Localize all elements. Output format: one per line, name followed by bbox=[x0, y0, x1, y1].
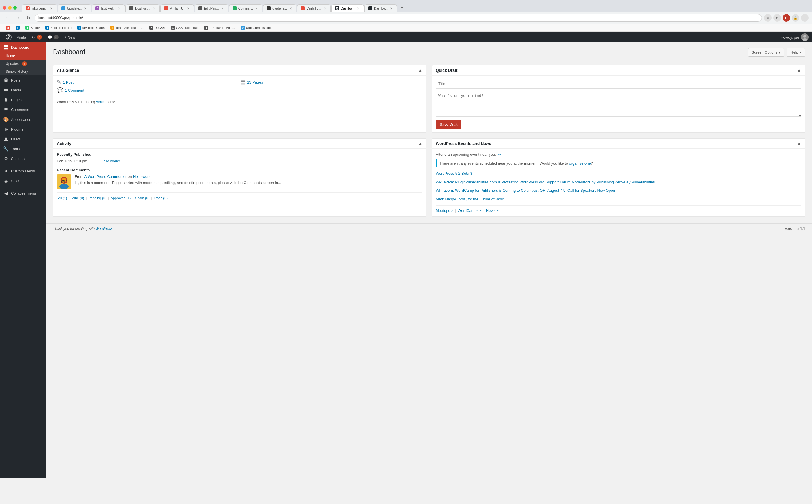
pages-count-link[interactable]: 13 Pages bbox=[247, 80, 263, 84]
quick-draft-title-input[interactable] bbox=[436, 79, 801, 89]
new-content-item[interactable]: + New bbox=[61, 32, 78, 42]
back-button[interactable]: ← bbox=[3, 14, 12, 22]
sidebar-item-tools[interactable]: 🔧 Tools bbox=[0, 144, 46, 154]
bookmark-gmail[interactable]: M bbox=[3, 25, 12, 30]
save-draft-button[interactable]: Save Draft bbox=[436, 120, 461, 129]
news-link-1[interactable]: WordPress 5.2 Beta 3 bbox=[436, 171, 801, 176]
wordcamps-link[interactable]: WordCamps ↗ bbox=[458, 208, 482, 213]
reload-button[interactable]: ↻ bbox=[24, 14, 32, 22]
sidebar-item-custom-fields[interactable]: ✦ Custom Fields bbox=[0, 166, 46, 176]
traffic-light-green[interactable] bbox=[13, 6, 17, 10]
tab-close-7[interactable]: ✕ bbox=[255, 7, 259, 10]
menu-icon[interactable]: ⋮ bbox=[801, 14, 809, 22]
comments-count-link[interactable]: 1 Comment bbox=[65, 88, 84, 93]
admin-avatar[interactable] bbox=[801, 33, 809, 41]
browser-tab-2[interactable]: U Uppdate... ✕ bbox=[58, 4, 91, 12]
sidebar-item-users[interactable]: Users bbox=[0, 134, 46, 144]
tab-close-6[interactable]: ✕ bbox=[221, 7, 225, 10]
organize-one-link[interactable]: organize one bbox=[569, 161, 591, 166]
sidebar-item-simple-history[interactable]: Simple History bbox=[0, 68, 46, 75]
quick-draft-toggle[interactable]: ▲ bbox=[797, 68, 801, 73]
tab-close-10[interactable]: ✕ bbox=[356, 7, 360, 10]
browser-tab-11[interactable]: Dashbo... ✕ bbox=[364, 4, 397, 12]
tab-close-11[interactable]: ✕ bbox=[389, 7, 393, 10]
edit-location-icon[interactable]: ✏ bbox=[498, 152, 501, 157]
browser-tab-3[interactable]: E Edit Fiel... ✕ bbox=[92, 4, 125, 12]
sidebar-item-media[interactable]: Media bbox=[0, 85, 46, 95]
post-count-link[interactable]: 1 Post bbox=[63, 80, 74, 84]
filter-all[interactable]: All (1) bbox=[57, 195, 68, 201]
address-bar[interactable] bbox=[35, 14, 762, 22]
sidebar-item-seo[interactable]: ◈ SEO bbox=[0, 176, 46, 186]
bookmark-ep-board[interactable]: E EP board – Agil-... bbox=[202, 25, 237, 30]
news-link[interactable]: News ↗ bbox=[486, 208, 499, 213]
extension-icon[interactable]: 🔒 bbox=[792, 14, 799, 22]
filter-approved[interactable]: Approved (1) bbox=[110, 195, 132, 201]
browser-tab-4[interactable]: localhost... ✕ bbox=[125, 4, 160, 12]
tab-close-2[interactable]: ✕ bbox=[83, 7, 87, 10]
tab-close-9[interactable]: ✕ bbox=[323, 7, 327, 10]
bookmark-uppdateringslogg[interactable]: U Uppdateringslogg... bbox=[238, 25, 276, 30]
wp-events-toggle[interactable]: ▲ bbox=[797, 141, 801, 146]
sidebar-item-pages[interactable]: Pages bbox=[0, 95, 46, 105]
browser-tab-5[interactable]: Vimla | J... ✕ bbox=[160, 4, 194, 12]
help-button[interactable]: Help ▾ bbox=[787, 48, 805, 57]
comments-item[interactable]: 💬 0 bbox=[45, 32, 61, 42]
traffic-light-yellow[interactable] bbox=[8, 6, 12, 10]
quick-draft-content-input[interactable] bbox=[436, 91, 801, 117]
footer-wp-link[interactable]: WordPress bbox=[95, 227, 112, 231]
tab-close-3[interactable]: ✕ bbox=[117, 7, 121, 10]
profile-icon[interactable]: P bbox=[783, 14, 790, 22]
comment-post-link[interactable]: Hello world! bbox=[133, 174, 153, 179]
filter-spam[interactable]: Spam (0) bbox=[134, 195, 150, 201]
filter-trash[interactable]: Trash (0) bbox=[153, 195, 169, 201]
bookmark-trello-home[interactable]: T bbox=[13, 25, 22, 30]
sidebar-item-home[interactable]: Home bbox=[0, 52, 46, 60]
browser-tab-10[interactable]: Dashbo... ✕ bbox=[331, 4, 364, 12]
activity-toggle[interactable]: ▲ bbox=[418, 141, 422, 146]
traffic-light-red[interactable] bbox=[3, 6, 6, 10]
screen-options-button[interactable]: Screen Options ▾ bbox=[748, 48, 785, 57]
activity-post-link-1[interactable]: Hello world! bbox=[101, 159, 120, 163]
site-name-item[interactable]: Vimla bbox=[14, 32, 29, 42]
bookmark-trello[interactable]: T * Home | Trello bbox=[43, 25, 74, 30]
at-a-glance-toggle[interactable]: ▲ bbox=[418, 68, 422, 73]
svg-point-2 bbox=[803, 35, 806, 38]
browser-tab-6[interactable]: Edit Pag... ✕ bbox=[195, 4, 228, 12]
news-link-4[interactable]: Matt: Happy Tools, for the Future of Wor… bbox=[436, 196, 801, 202]
tab-close-5[interactable]: ✕ bbox=[186, 7, 190, 10]
sidebar-item-posts[interactable]: Posts bbox=[0, 75, 46, 85]
meetups-link[interactable]: Meetups ↗ bbox=[436, 208, 453, 213]
sidebar-item-settings[interactable]: ⚙ Settings bbox=[0, 154, 46, 163]
sidebar-item-updates[interactable]: Updates 1 bbox=[0, 60, 46, 68]
sidebar-item-appearance[interactable]: 🎨 Appearance bbox=[0, 114, 46, 124]
bookmark-css-autoreload[interactable]: C CSS autoreload bbox=[169, 25, 201, 30]
comment-author-link[interactable]: A WordPress Commenter bbox=[84, 174, 127, 179]
news-link-3[interactable]: WPTavern: WordCamp for Publishers is Com… bbox=[436, 188, 801, 193]
tab-close-4[interactable]: ✕ bbox=[152, 7, 156, 10]
filter-mine[interactable]: Mine (0) bbox=[70, 195, 85, 201]
wp-logo-item[interactable] bbox=[3, 32, 14, 42]
tab-close-8[interactable]: ✕ bbox=[289, 7, 293, 10]
sidebar-item-comments[interactable]: Comments bbox=[0, 105, 46, 114]
bookmark-my-trello[interactable]: T My Trello Cards bbox=[75, 25, 107, 30]
browser-tab-9[interactable]: Vimla | J... ✕ bbox=[297, 4, 331, 12]
bookmark-buddy[interactable]: B Buddy bbox=[23, 25, 42, 30]
browser-tab-7[interactable]: Commar... ✕ bbox=[229, 4, 263, 12]
bookmark-star-icon[interactable]: ☆ bbox=[764, 14, 772, 22]
browser-tab-1[interactable]: M Inkorgern... ✕ bbox=[22, 4, 57, 12]
theme-link[interactable]: Vimla bbox=[96, 100, 105, 104]
cast-icon[interactable]: ⊡ bbox=[773, 14, 781, 22]
bookmark-recss[interactable]: R ReCSS bbox=[147, 25, 168, 30]
bookmark-team-schedule[interactable]: T Team Schedule – ... bbox=[108, 25, 146, 30]
new-tab-button[interactable]: + bbox=[398, 3, 406, 12]
forward-button[interactable]: → bbox=[14, 14, 22, 22]
news-link-2[interactable]: WPTavern: PluginVulnerabilities.com is P… bbox=[436, 179, 801, 185]
sidebar-item-plugins[interactable]: ⊕ Plugins bbox=[0, 124, 46, 134]
updates-item[interactable]: ↻ 1 bbox=[29, 32, 45, 42]
sidebar-item-collapse[interactable]: ◀ Collapse menu bbox=[0, 188, 46, 198]
tab-close-1[interactable]: ✕ bbox=[49, 7, 53, 10]
browser-tab-8[interactable]: gardene... ✕ bbox=[263, 4, 296, 12]
sidebar-item-dashboard[interactable]: Dashboard bbox=[0, 42, 46, 52]
filter-pending[interactable]: Pending (0) bbox=[87, 195, 108, 201]
